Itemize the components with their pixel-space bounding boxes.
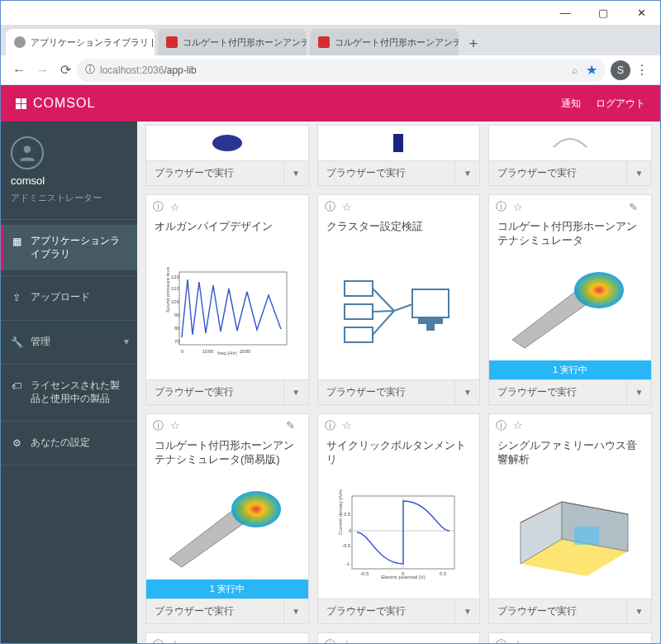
sidebar-item-settings[interactable]: ⚙あなたの設定 (1, 427, 137, 460)
card-title: コルゲート付円形ホーンアンテナシミュレータ(簡易版) (146, 437, 308, 472)
run-button[interactable]: ブラウザーで実行 (489, 599, 626, 623)
window-close[interactable]: ✕ (622, 1, 660, 26)
wrench-icon: 🔧 (9, 336, 24, 350)
star-icon[interactable]: ☆ (513, 419, 523, 432)
info-icon[interactable]: ⓘ (325, 199, 335, 214)
run-dropdown[interactable]: ▼ (454, 380, 479, 404)
info-icon[interactable]: ⓘ (153, 637, 164, 643)
svg-line-21 (373, 289, 394, 311)
run-button[interactable]: ブラウザーで実行 (489, 380, 626, 404)
key-icon[interactable]: ⌕ (572, 64, 578, 76)
notifications-link[interactable]: 通知 (561, 97, 581, 111)
running-badge: 1 実行中 (489, 360, 651, 379)
browser-tabstrip: アプリケーションライブラリ | COMSOL...× コルゲート付円形ホーンアン… (1, 26, 660, 55)
sidebar-item-licenses[interactable]: 🏷ライセンスされた製品と使用中の製品 (1, 370, 137, 415)
svg-rect-18 (412, 289, 449, 317)
logout-link[interactable]: ログアウト (596, 97, 645, 111)
window-maximize[interactable]: ▢ (584, 1, 622, 26)
tab-title: コルゲート付円形ホーンアンテナシミュ... (183, 36, 307, 49)
main-content[interactable]: ブラウザーで実行▼ ブラウザーで実行▼ ブラウザーで実行▼ ⓘ☆ オルガンパイプ… (137, 122, 660, 643)
user-role: アドミニストレーター (11, 192, 127, 204)
run-button[interactable]: ブラウザーで実行 (318, 599, 455, 623)
avatar-icon (11, 136, 44, 169)
run-dropdown[interactable]: ▼ (626, 161, 651, 185)
favicon-icon (14, 36, 26, 48)
profile-avatar[interactable]: S (611, 60, 630, 80)
browser-tab[interactable]: コルゲート付円形ホーンアンテナシミュ...× (310, 29, 459, 55)
nav-reload-button[interactable]: ⟳ (54, 59, 77, 82)
run-button[interactable]: ブラウザーで実行 (146, 599, 283, 623)
site-info-icon[interactable]: ⓘ (85, 63, 95, 77)
svg-rect-15 (345, 281, 373, 296)
edit-icon[interactable]: ✎ (629, 201, 638, 213)
sidebar-item-label: アプリケーションライブラリ (31, 235, 129, 260)
grid-icon: ▦ (9, 235, 24, 249)
app-thumbnail: Current density (A/m²)Electric potential… (318, 472, 480, 599)
run-dropdown[interactable]: ▼ (283, 599, 308, 623)
info-icon[interactable]: ⓘ (153, 418, 164, 433)
run-dropdown[interactable]: ▼ (454, 161, 479, 185)
browser-tab[interactable]: アプリケーションライブラリ | COMSOL...× (6, 29, 155, 55)
star-icon[interactable]: ☆ (342, 638, 352, 643)
star-icon[interactable]: ☆ (170, 201, 180, 213)
run-button[interactable]: ブラウザーで実行 (318, 380, 455, 404)
run-button[interactable]: ブラウザーで実行 (489, 161, 626, 185)
app-card: ⓘ☆ クラスター設定検証 ブラウザーで実行▼ (317, 194, 481, 405)
sidebar-item-label: ライセンスされた製品と使用中の製品 (31, 379, 129, 405)
svg-rect-16 (345, 304, 373, 319)
svg-point-28 (231, 491, 281, 527)
star-icon[interactable]: ☆ (513, 201, 523, 213)
info-icon[interactable]: ⓘ (496, 418, 506, 433)
star-icon[interactable]: ☆ (170, 638, 180, 643)
sidebar-nav: ▦アプリケーションライブラリ ⇪アップロード 🔧管理▾ 🏷ライセンスされた製品と… (1, 225, 137, 470)
run-button[interactable]: ブラウザーで実行 (146, 380, 283, 404)
star-icon[interactable]: ☆ (342, 201, 352, 213)
brand-logo[interactable]: COMSOL (16, 96, 95, 111)
info-icon[interactable]: ⓘ (325, 418, 335, 433)
sidebar-item-upload[interactable]: ⇪アップロード (1, 281, 137, 315)
app-thumbnail (146, 472, 308, 580)
svg-text:90: 90 (174, 312, 180, 317)
run-dropdown[interactable]: ▼ (454, 599, 479, 623)
app-card: ⓘ☆ タッチスクリーンシミュレーター (488, 632, 652, 643)
info-icon[interactable]: ⓘ (325, 637, 335, 643)
info-icon[interactable]: ⓘ (496, 637, 506, 643)
sidebar-item-label: アップロード (31, 291, 90, 304)
star-icon[interactable]: ☆ (513, 638, 523, 643)
star-icon[interactable]: ☆ (170, 419, 180, 432)
window-minimize[interactable]: — (546, 1, 584, 26)
run-dropdown[interactable]: ▼ (283, 380, 308, 404)
star-icon[interactable]: ★ (586, 62, 597, 78)
browser-tab[interactable]: コルゲート付円形ホーンアンテナシミュ...× (158, 29, 307, 55)
card-title: シングルファミリーハウス音響解析 (489, 437, 651, 472)
run-button[interactable]: ブラウザーで実行 (318, 161, 455, 185)
run-dropdown[interactable]: ▼ (283, 161, 308, 185)
app-card: ブラウザーで実行▼ (145, 125, 309, 186)
app-card: ⓘ☆ ジャケット付き円筒リアクター (145, 632, 309, 643)
run-dropdown[interactable]: ▼ (626, 599, 651, 623)
window: — ▢ ✕ アプリケーションライブラリ | COMSOL...× コルゲート付円… (0, 0, 661, 644)
run-button[interactable]: ブラウザーで実行 (146, 161, 283, 185)
svg-text:0.5: 0.5 (344, 512, 351, 517)
info-icon[interactable]: ⓘ (496, 199, 506, 214)
tab-title: アプリケーションライブラリ | COMSOL... (31, 36, 155, 49)
svg-rect-17 (345, 327, 373, 342)
star-icon[interactable]: ☆ (342, 419, 352, 432)
card-title: サイクリックボルタンメントリ (318, 437, 480, 472)
new-tab-button[interactable]: + (462, 32, 485, 55)
edit-icon[interactable]: ✎ (286, 419, 295, 432)
run-dropdown[interactable]: ▼ (626, 380, 651, 404)
svg-point-1 (212, 135, 242, 151)
sidebar-item-admin[interactable]: 🔧管理▾ (1, 326, 137, 360)
address-bar[interactable]: ⓘ localhost:2036/app-lib ⌕ ★ (77, 59, 606, 82)
sidebar-user: comsol アドミニストレーター (1, 122, 137, 214)
tag-icon: 🏷 (9, 379, 24, 394)
svg-point-26 (574, 272, 624, 308)
svg-rect-44 (574, 527, 599, 545)
nav-forward-button[interactable]: → (31, 59, 54, 82)
info-icon[interactable]: ⓘ (153, 199, 164, 214)
svg-text:110: 110 (171, 286, 180, 291)
browser-menu-button[interactable]: ⋮ (630, 59, 654, 82)
sidebar-item-app-library[interactable]: ▦アプリケーションライブラリ (1, 225, 137, 270)
nav-back-button[interactable]: ← (7, 59, 31, 82)
